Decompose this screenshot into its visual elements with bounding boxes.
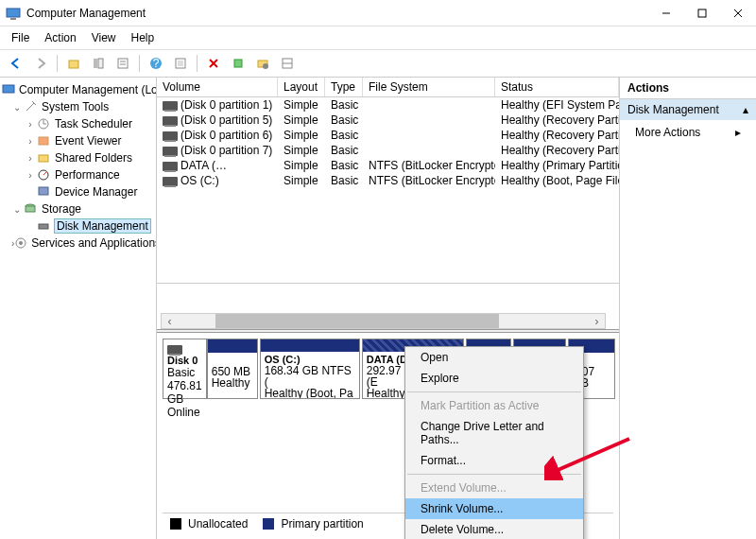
tree-disk-management[interactable]: Disk Management (55, 219, 150, 233)
volume-list[interactable]: Volume Layout Type File System Status (D… (157, 78, 619, 188)
svg-rect-18 (234, 60, 242, 67)
svg-rect-9 (118, 59, 128, 68)
legend-swatch-unallocated (170, 518, 181, 530)
up-button[interactable] (63, 53, 84, 74)
disk-icon (167, 345, 182, 355)
ctx-extend-volume: Extend Volume... (405, 478, 583, 498)
menu-view[interactable]: View (84, 28, 124, 47)
scroll-left-icon[interactable]: ‹ (162, 314, 178, 328)
volume-icon (163, 131, 178, 141)
refresh-button[interactable] (170, 53, 191, 74)
tree-shared-folders[interactable]: Shared Folders (55, 151, 132, 165)
menu-bar: File Action View Help (0, 26, 756, 50)
ctx-open[interactable]: Open (405, 347, 583, 368)
properties-button[interactable] (112, 53, 133, 74)
tree-device-manager[interactable]: Device Manager (55, 185, 137, 199)
col-layout[interactable]: Layout (278, 78, 325, 96)
menu-file[interactable]: File (4, 28, 37, 47)
disk-info[interactable]: Disk 0 Basic 476.81 GB Online (163, 339, 207, 399)
legend-swatch-primary (263, 518, 274, 530)
minimize-button[interactable] (648, 0, 684, 26)
tree-storage[interactable]: Storage (42, 202, 81, 216)
list-button[interactable] (277, 53, 298, 74)
tree-task-scheduler[interactable]: Task Scheduler (55, 117, 132, 130)
svg-rect-1 (10, 18, 16, 20)
actions-group[interactable]: Disk Management▴ (620, 99, 756, 120)
volume-row[interactable]: (Disk 0 partition 7)SimpleBasicHealthy (… (157, 143, 619, 158)
computer-icon (2, 82, 15, 97)
svg-rect-0 (7, 9, 20, 17)
partition-os[interactable]: OS (C:)168.34 GB NTFS (Healthy (Boot, Pa (260, 339, 360, 399)
collapse-icon: ▴ (743, 103, 748, 116)
volume-row[interactable]: (Disk 0 partition 6)SimpleBasicHealthy (… (157, 128, 619, 143)
svg-point-36 (19, 241, 23, 245)
close-button[interactable] (720, 0, 756, 26)
tree-root[interactable]: Computer Management (Local) (19, 83, 157, 96)
menu-help[interactable]: Help (124, 28, 163, 47)
horizontal-scrollbar[interactable]: ‹ › (161, 313, 606, 329)
services-icon (14, 235, 27, 251)
col-type[interactable]: Type (325, 78, 363, 96)
clock-icon (36, 116, 51, 131)
volume-row[interactable]: OS (C:)SimpleBasicNTFS (BitLocker Encryp… (157, 173, 619, 188)
folder-shared-icon (36, 150, 51, 165)
ctx-explore[interactable]: Explore (405, 368, 583, 389)
volume-icon (163, 162, 178, 171)
svg-text:?: ? (153, 57, 160, 70)
delete-button[interactable] (203, 53, 224, 74)
volume-row[interactable]: (Disk 0 partition 5)SimpleBasicHealthy (… (157, 113, 619, 128)
volume-icon (163, 116, 178, 126)
menu-action[interactable]: Action (37, 28, 83, 47)
ctx-delete-volume[interactable]: Delete Volume... (405, 519, 583, 539)
device-icon (36, 184, 51, 200)
ctx-format[interactable]: Format... (405, 450, 583, 471)
svg-rect-34 (39, 224, 48, 229)
ctx-mark-active: Mark Partition as Active (405, 395, 583, 416)
tree-performance[interactable]: Performance (55, 168, 120, 182)
volume-icon (163, 177, 178, 186)
svg-rect-3 (698, 9, 706, 17)
svg-rect-23 (3, 85, 14, 93)
performance-icon (36, 167, 51, 183)
ctx-shrink-volume[interactable]: Shrink Volume... (405, 498, 583, 519)
ctx-change-drive-letter[interactable]: Change Drive Letter and Paths... (405, 416, 583, 450)
svg-rect-27 (39, 137, 48, 145)
tree-system-tools[interactable]: System Tools (42, 100, 109, 113)
actions-more[interactable]: More Actions▸ (620, 120, 756, 145)
forward-button[interactable] (30, 53, 51, 74)
col-filesystem[interactable]: File System (363, 78, 495, 96)
title-bar: Computer Management (0, 0, 756, 26)
context-menu: Open Explore Mark Partition as Active Ch… (404, 346, 584, 539)
col-volume[interactable]: Volume (157, 78, 278, 96)
volume-icon (163, 147, 178, 156)
partition[interactable]: 650 MBHealthy (207, 339, 258, 399)
show-hide-button[interactable] (88, 53, 109, 74)
scroll-right-icon[interactable]: › (589, 314, 605, 328)
svg-point-20 (263, 63, 268, 69)
volume-row[interactable]: (Disk 0 partition 1)SimpleBasicHealthy (… (157, 97, 619, 113)
volume-row[interactable]: DATA (…SimpleBasicNTFS (BitLocker Encryp… (157, 158, 619, 173)
settings-button[interactable] (252, 53, 273, 74)
svg-rect-28 (39, 155, 48, 162)
svg-line-30 (43, 172, 46, 175)
help-button[interactable]: ? (146, 53, 166, 74)
window-title: Computer Management (26, 7, 648, 20)
tree-services[interactable]: Services and Applications (31, 236, 157, 250)
navigation-tree[interactable]: Computer Management (Local) ⌄System Tool… (0, 78, 157, 539)
tree-event-viewer[interactable]: Event Viewer (55, 134, 121, 148)
tools-icon (23, 99, 38, 114)
actions-header: Actions (620, 78, 756, 99)
maximize-button[interactable] (684, 0, 720, 26)
scroll-thumb[interactable] (215, 314, 499, 328)
back-button[interactable] (6, 53, 26, 74)
svg-rect-15 (178, 61, 183, 66)
legend-unallocated: Unallocated (188, 517, 248, 530)
col-status[interactable]: Status (495, 78, 619, 96)
svg-rect-6 (69, 61, 78, 68)
svg-rect-7 (94, 59, 97, 68)
disk-mgmt-icon (36, 218, 51, 234)
computer-management-icon (6, 6, 21, 21)
toolbar: ? (0, 50, 756, 78)
storage-icon (23, 201, 38, 217)
action-button[interactable] (228, 53, 249, 74)
